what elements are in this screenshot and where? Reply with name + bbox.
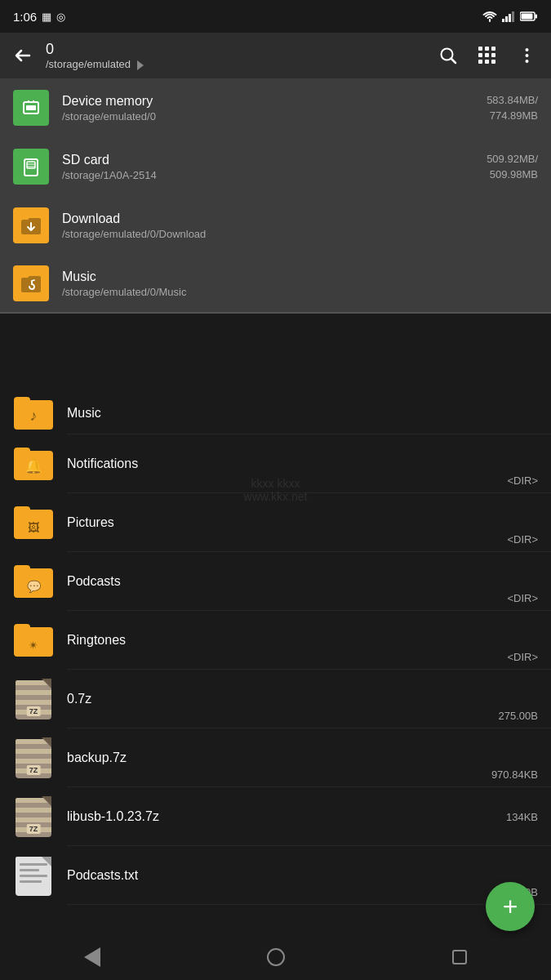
toolbar-title: 0 /storage/emulated — [46, 41, 424, 70]
folder-icon-ringtones: ✴ — [13, 620, 54, 661]
file-name-libusb.7z: libusb-1.0.23.7z — [67, 809, 506, 824]
folder-icon-pictures: 🖼 — [13, 502, 54, 543]
list-item[interactable]: 7Z backup.7z 970.84KB — [0, 728, 551, 787]
file-meta-0.7z: 275.00B — [499, 710, 538, 728]
file-name-0.7z: 0.7z — [67, 692, 499, 706]
toolbar: 0 /storage/emulated — [0, 33, 551, 78]
signal-icon — [502, 11, 515, 22]
toolbar-actions — [430, 38, 544, 74]
svg-rect-3 — [512, 11, 514, 22]
file-meta-notifications: <DIR> — [507, 474, 538, 493]
archive-icon-backup.7z: 7Z — [13, 737, 54, 778]
grid-icon — [478, 47, 496, 65]
list-item[interactable]: 7Z libusb-1.0.23.7z 134KB — [0, 787, 551, 846]
recents-nav-icon — [452, 950, 467, 964]
device-memory-icon — [13, 90, 49, 126]
toolbar-number: 0 — [46, 41, 424, 58]
archive-icon-libusb.7z: 7Z — [13, 796, 54, 837]
dropdown-item-download[interactable]: Download /storage/emulated/0/Download — [0, 196, 551, 255]
file-meta-podcasts: <DIR> — [507, 592, 538, 611]
nav-back-button[interactable] — [72, 941, 113, 973]
more-icon — [525, 47, 529, 65]
download-folder-icon — [13, 207, 49, 243]
list-item[interactable]: 💬 Podcasts <DIR> — [0, 552, 551, 611]
svg-rect-0 — [502, 19, 504, 22]
file-name-music: Music — [67, 406, 538, 421]
dropdown-overlay: Device memory /storage/emulated/0 583.84… — [0, 78, 551, 314]
folder-icon-podcasts: 💬 — [13, 561, 54, 602]
grid-button[interactable] — [469, 38, 505, 74]
notification-icon: ◎ — [56, 11, 65, 23]
file-name-podcasts.txt: Podcasts.txt — [67, 868, 504, 883]
svg-point-9 — [525, 54, 528, 57]
folder-icon-music: ♪ — [13, 393, 54, 434]
list-item[interactable]: 🖼 Pictures <DIR> — [0, 493, 551, 552]
nav-recents-button[interactable] — [439, 941, 480, 973]
archive-icon-0.7z: 7Z — [13, 679, 54, 719]
dropdown-item-device-memory[interactable]: Device memory /storage/emulated/0 583.84… — [0, 78, 551, 137]
home-nav-icon — [267, 948, 285, 966]
file-meta-ringtones: <DIR> — [507, 651, 538, 670]
back-button[interactable] — [7, 39, 39, 72]
search-icon — [439, 47, 457, 65]
svg-point-8 — [525, 48, 528, 51]
textfile-icon-podcasts.txt — [13, 855, 54, 896]
search-button[interactable] — [430, 38, 466, 74]
nav-home-button[interactable] — [256, 941, 296, 973]
more-button[interactable] — [509, 38, 544, 74]
path-arrow-icon — [137, 60, 144, 70]
file-list: ♪ Music 🔔 Notifications <DIR> — [0, 392, 551, 905]
divider — [67, 904, 551, 905]
sim-icon: ▦ — [42, 11, 51, 23]
svg-rect-16 — [27, 162, 35, 168]
back-nav-icon — [84, 947, 100, 967]
navigation-bar — [0, 934, 551, 980]
file-name-backup.7z: backup.7z — [67, 751, 491, 765]
list-item[interactable]: 7Z 0.7z 275.00B — [0, 670, 551, 728]
download-text: Download /storage/emulated/0/Download — [62, 212, 525, 240]
battery-icon — [520, 11, 538, 21]
file-name-ringtones: Ringtones — [67, 633, 507, 648]
status-right — [482, 11, 538, 22]
file-meta-pictures: <DIR> — [507, 533, 538, 552]
svg-rect-2 — [509, 14, 511, 22]
toolbar-path: /storage/emulated — [46, 58, 424, 70]
dropdown-item-music[interactable]: Music /storage/emulated/0/Music — [0, 255, 551, 314]
status-time: 1:06 — [13, 10, 37, 24]
svg-rect-5 — [535, 15, 538, 19]
svg-rect-6 — [522, 14, 533, 20]
svg-rect-12 — [26, 105, 36, 110]
list-item[interactable]: ♪ Music — [0, 392, 551, 434]
svg-point-10 — [525, 60, 528, 63]
list-item[interactable]: Podcasts.txt 90.00B — [0, 846, 551, 905]
dropdown-item-sdcard[interactable]: SD card /storage/1A0A-2514 509.92MB/509.… — [0, 137, 551, 196]
folder-icon-notifications: 🔔 — [13, 443, 54, 484]
list-item[interactable]: 🔔 Notifications <DIR> — [0, 434, 551, 493]
sdcard-text: SD card /storage/1A0A-2514 — [62, 153, 473, 181]
file-meta-backup.7z: 970.84KB — [491, 768, 538, 787]
wifi-icon — [482, 11, 497, 22]
status-left: 1:06 ▦ ◎ — [13, 10, 65, 24]
list-item[interactable]: ✴ Ringtones <DIR> — [0, 611, 551, 670]
file-name-podcasts: Podcasts — [67, 574, 507, 589]
fab-add-button[interactable]: + — [486, 882, 535, 931]
music-folder-icon — [13, 265, 49, 301]
status-bar: 1:06 ▦ ◎ — [0, 0, 551, 33]
file-meta-libusb.7z: 134KB — [506, 811, 538, 823]
music-text: Music /storage/emulated/0/Music — [62, 270, 525, 298]
sdcard-icon — [13, 149, 49, 185]
svg-rect-1 — [505, 16, 508, 22]
fab-label: + — [503, 892, 518, 922]
file-name-notifications: Notifications — [67, 457, 507, 471]
file-name-pictures: Pictures — [67, 515, 507, 530]
device-memory-text: Device memory /storage/emulated/0 — [62, 94, 473, 122]
